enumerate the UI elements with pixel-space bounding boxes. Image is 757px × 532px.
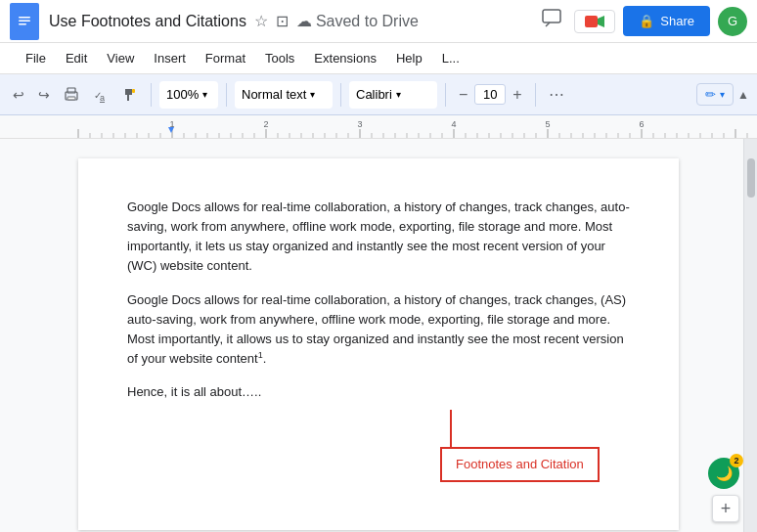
separator-5 (535, 83, 536, 107)
separator-4 (445, 83, 446, 107)
bottom-right-panel: 🌙 2 + (708, 458, 739, 522)
paint-format-button[interactable] (117, 83, 143, 107)
zoom-dropdown-icon: ▾ (202, 89, 207, 100)
spell-check-button[interactable]: ✓a (88, 83, 113, 107)
scrollbar[interactable] (743, 139, 757, 532)
title-bar: Use Footnotes and Citations ☆ ⊡ ☁ Saved … (0, 0, 757, 43)
menu-tools[interactable]: Tools (255, 47, 304, 69)
svg-rect-1 (19, 17, 30, 19)
google-docs-icon (10, 3, 39, 40)
right-buttons: 🔒 Share G (537, 4, 747, 38)
separator-2 (226, 83, 227, 107)
svg-rect-13 (132, 89, 135, 93)
share-label: Share (660, 14, 694, 28)
doc-title-text[interactable]: Use Footnotes and Citations (49, 13, 246, 30)
callout-line (450, 410, 452, 447)
menu-insert[interactable]: Insert (144, 47, 196, 69)
pencil-icon: ✏ (705, 87, 716, 102)
style-value: Normal text (242, 87, 306, 102)
print-button[interactable] (59, 83, 84, 107)
font-select[interactable]: Calibri ▾ (349, 81, 437, 109)
moon-icon: 🌙 (716, 466, 733, 481)
zoom-in-button[interactable]: + (712, 495, 739, 522)
paragraph-2: Google Docs allows for real-time collabo… (127, 290, 630, 370)
svg-rect-3 (19, 23, 26, 25)
period: . (263, 351, 267, 366)
menu-bar: File Edit View Insert Format Tools Exten… (0, 43, 757, 74)
zoom-select[interactable]: 100% ▾ (159, 81, 218, 109)
font-size-decrease[interactable]: − (454, 84, 472, 106)
meet-button[interactable] (574, 10, 615, 33)
star-icon[interactable]: ☆ (254, 12, 268, 30)
folder-icon[interactable]: ⊡ (276, 12, 289, 30)
svg-rect-6 (585, 16, 598, 27)
collaborator-avatar[interactable]: 🌙 2 (708, 458, 739, 489)
paragraph-2-text: Google Docs allows for real-time collabo… (127, 292, 626, 367)
menu-format[interactable]: Format (196, 47, 255, 69)
footnote-callout: Footnotes and Citation (440, 447, 600, 482)
toolbar: ↩ ↪ ✓a 100% ▾ Normal text ▾ Calibri ▾ − … (0, 74, 757, 115)
more-options-button[interactable]: ⋯ (544, 81, 569, 108)
toolbar-collapse-button[interactable]: ▲ (737, 88, 749, 102)
notification-badge: 2 (730, 454, 743, 467)
menu-more[interactable]: L... (432, 47, 469, 69)
font-value: Calibri (356, 87, 392, 102)
svg-marker-7 (598, 16, 604, 27)
user-avatar[interactable]: G (718, 7, 747, 36)
document-page: Google Docs allows for real-time collabo… (78, 158, 679, 530)
main-area: Google Docs allows for real-time collabo… (0, 139, 757, 532)
title-area: Use Footnotes and Citations ☆ ⊡ ☁ Saved … (49, 12, 537, 30)
menu-edit[interactable]: Edit (56, 47, 97, 69)
menu-file[interactable]: File (16, 47, 56, 69)
svg-rect-2 (19, 20, 30, 22)
comments-button[interactable] (537, 4, 566, 38)
doc-container: Google Docs allows for real-time collabo… (14, 139, 743, 532)
share-button[interactable]: 🔒 Share (623, 6, 710, 36)
style-dropdown-icon: ▾ (310, 89, 315, 100)
separator-3 (340, 83, 341, 107)
paragraph-3: Hence, it is all about….. (127, 382, 630, 402)
doc-title-row: Use Footnotes and Citations ☆ ⊡ ☁ Saved … (49, 12, 537, 30)
menu-help[interactable]: Help (386, 47, 432, 69)
font-size-increase[interactable]: + (508, 84, 526, 106)
font-size-input[interactable] (474, 84, 506, 105)
style-select[interactable]: Normal text ▾ (235, 81, 333, 109)
left-margin (0, 139, 14, 532)
menu-extensions[interactable]: Extensions (304, 47, 386, 69)
saved-status: Saved to Drive (316, 13, 419, 30)
svg-text:a: a (100, 93, 105, 103)
pencil-dropdown-icon: ▾ (720, 89, 725, 100)
menu-view[interactable]: View (97, 47, 144, 69)
redo-button[interactable]: ↪ (33, 83, 55, 107)
edit-pencil-button[interactable]: ✏ ▾ (696, 83, 734, 106)
scrollbar-thumb[interactable] (747, 158, 755, 198)
undo-button[interactable]: ↩ (8, 83, 29, 107)
separator-1 (151, 83, 152, 107)
svg-rect-4 (543, 10, 560, 22)
cloud-area: ☁ Saved to Drive (296, 12, 419, 30)
ruler (0, 115, 757, 139)
svg-rect-10 (67, 97, 75, 100)
cloud-icon: ☁ (296, 12, 312, 30)
zoom-value: 100% (166, 87, 199, 102)
plus-icon: + (721, 499, 732, 519)
paragraph-1: Google Docs allows for real-time collabo… (127, 198, 630, 277)
font-dropdown-icon: ▾ (396, 89, 401, 100)
font-size-area: − + (454, 84, 527, 106)
lock-icon: 🔒 (639, 14, 654, 28)
callout-text: Footnotes and Citation (456, 457, 584, 471)
